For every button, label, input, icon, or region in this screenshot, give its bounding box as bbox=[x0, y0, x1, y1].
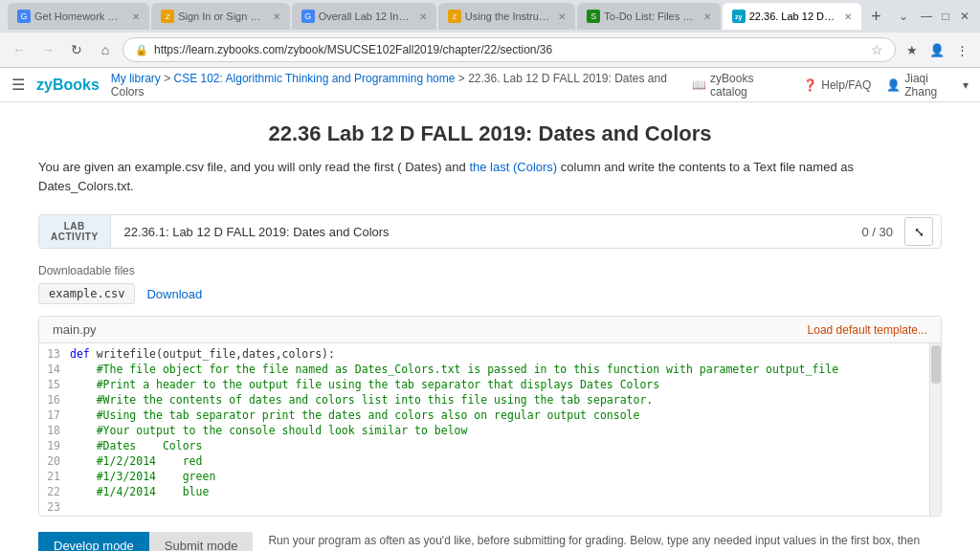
line-content: #Print a header to the output file using… bbox=[70, 378, 927, 393]
user-profile-icon[interactable]: 👤 bbox=[926, 39, 947, 60]
user-menu[interactable]: 👤 Jiaqi Zhang ▾ bbox=[886, 72, 969, 99]
tab-signin[interactable]: Z Sign In or Sign Up | ✕ bbox=[151, 3, 289, 30]
help-link[interactable]: ❓ Help/FAQ bbox=[803, 78, 871, 92]
address-text: https://learn.zybooks.com/zybook/MSUCSE1… bbox=[154, 43, 865, 56]
minimize-button[interactable]: — bbox=[919, 9, 934, 24]
line-number: 14 bbox=[41, 363, 70, 378]
bookmark-icon[interactable]: ☆ bbox=[871, 42, 883, 57]
code-line: 22 #1/4/2014 blue bbox=[39, 485, 929, 500]
omnibar: ← → ↻ ⌂ 🔒 https://learn.zybooks.com/zybo… bbox=[0, 33, 980, 67]
download-link[interactable]: Download bbox=[146, 287, 202, 301]
tab-close-6[interactable]: ✕ bbox=[844, 11, 852, 22]
tab-label-1: Get Homework Help bbox=[34, 11, 124, 22]
activity-label-bottom: ACTIVITY bbox=[51, 231, 99, 242]
tab-favicon-6: zy bbox=[732, 10, 746, 23]
more-options-icon[interactable]: ⋮ bbox=[951, 39, 972, 60]
activity-label: LAB ACTIVITY bbox=[39, 215, 111, 248]
code-line: 13def writefile(output_file,dates,colors… bbox=[39, 347, 929, 363]
back-button[interactable]: ← bbox=[8, 38, 31, 61]
close-button[interactable]: ✕ bbox=[957, 9, 972, 24]
address-bar[interactable]: 🔒 https://learn.zybooks.com/zybook/MSUCS… bbox=[122, 37, 896, 62]
submit-mode-button[interactable]: Submit mode bbox=[149, 532, 254, 551]
tab-favicon-2: Z bbox=[161, 10, 174, 23]
tab-close-4[interactable]: ✕ bbox=[558, 11, 566, 22]
help-label: Help/FAQ bbox=[821, 78, 871, 92]
tab-close-5[interactable]: ✕ bbox=[703, 11, 711, 22]
hamburger-menu[interactable]: ☰ bbox=[11, 76, 25, 94]
line-number: 13 bbox=[41, 347, 70, 363]
activity-expand-button[interactable]: ⤡ bbox=[904, 217, 933, 246]
tab-using-instruction[interactable]: Z Using the Instructio ✕ bbox=[438, 3, 576, 30]
downloadable-row: example.csv Download bbox=[38, 283, 942, 304]
tab-todo-list[interactable]: S To-Do List: Files and ✕ bbox=[577, 3, 720, 30]
course-link[interactable]: CSE 102: Algorithmic Thinking and Progra… bbox=[174, 72, 456, 85]
user-name: Jiaqi Zhang bbox=[904, 72, 959, 99]
develop-mode-button[interactable]: Develop mode bbox=[38, 532, 149, 551]
line-content: #Write the contents of dates and colors … bbox=[70, 393, 927, 408]
mode-section: Develop mode Submit mode Run your progra… bbox=[38, 532, 942, 551]
highlight-last: the last (Colors) bbox=[469, 160, 557, 174]
line-content: #Dates Colors bbox=[70, 439, 927, 454]
downloadable-section: Downloadable files example.csv Download bbox=[38, 264, 942, 304]
tab-chevron[interactable]: ⌄ bbox=[891, 3, 917, 30]
window-controls: — □ ✕ bbox=[919, 9, 972, 24]
code-line: 18 #Your output to the console should lo… bbox=[39, 424, 929, 439]
tab-get-homework[interactable]: G Get Homework Help ✕ bbox=[8, 3, 149, 30]
extensions-icon[interactable]: ★ bbox=[902, 39, 923, 60]
tab-label-4: Using the Instructio bbox=[465, 11, 551, 22]
code-line: 23 bbox=[39, 500, 929, 516]
tab-close-2[interactable]: ✕ bbox=[273, 11, 280, 22]
forward-button[interactable]: → bbox=[36, 38, 59, 61]
maximize-button[interactable]: □ bbox=[938, 9, 953, 24]
nav-right: 📖 zyBooks catalog ❓ Help/FAQ 👤 Jiaqi Zha… bbox=[692, 72, 969, 99]
page-content: 22.36 Lab 12 D FALL 2019: Dates and Colo… bbox=[0, 102, 980, 551]
code-content[interactable]: 13def writefile(output_file,dates,colors… bbox=[39, 343, 929, 516]
activity-bar: LAB ACTIVITY 22.36.1: Lab 12 D FALL 2019… bbox=[38, 214, 942, 249]
tab-zybooks-active[interactable]: zy 22.36. Lab 12 D F... ✕ bbox=[723, 3, 861, 30]
code-line: 14 #The file object for the file named a… bbox=[39, 363, 929, 378]
help-icon: ❓ bbox=[803, 78, 817, 92]
catalog-label: zyBooks catalog bbox=[710, 72, 788, 99]
line-number: 16 bbox=[41, 393, 70, 408]
zybooks-logo: zyBooks bbox=[36, 77, 100, 94]
tab-close-3[interactable]: ✕ bbox=[419, 11, 427, 22]
activity-label-top: LAB bbox=[64, 221, 85, 231]
home-button[interactable]: ⌂ bbox=[94, 38, 117, 61]
omnibar-icons: ★ 👤 ⋮ bbox=[902, 39, 972, 60]
line-content: #Your output to the console should look … bbox=[70, 424, 927, 439]
tab-bar: G Get Homework Help ✕ Z Sign In or Sign … bbox=[0, 0, 980, 33]
code-line: 19 #Dates Colors bbox=[39, 439, 929, 454]
zybooks-nav: ☰ zyBooks My library > CSE 102: Algorith… bbox=[0, 68, 980, 102]
line-number: 22 bbox=[41, 485, 70, 500]
refresh-button[interactable]: ↻ bbox=[65, 38, 88, 61]
scrollbar[interactable] bbox=[929, 343, 941, 516]
new-tab-button[interactable]: + bbox=[863, 3, 889, 30]
secure-icon: 🔒 bbox=[135, 44, 148, 56]
line-content bbox=[70, 500, 927, 516]
line-number: 15 bbox=[41, 378, 70, 393]
line-content: #1/2/2014 red bbox=[70, 454, 927, 470]
activity-score: 0 / 30 bbox=[850, 219, 904, 245]
code-editor: main.py Load default template... 13def w… bbox=[38, 316, 942, 517]
load-template-link[interactable]: Load default template... bbox=[808, 323, 927, 337]
code-line: 21 #1/3/2014 green bbox=[39, 470, 929, 485]
line-number: 17 bbox=[41, 408, 70, 424]
line-number: 21 bbox=[41, 470, 70, 485]
browser-chrome: G Get Homework Help ✕ Z Sign In or Sign … bbox=[0, 0, 980, 68]
tab-favicon-3: G bbox=[301, 10, 315, 23]
line-content: #1/3/2014 green bbox=[70, 470, 927, 485]
catalog-link[interactable]: 📖 zyBooks catalog bbox=[692, 72, 788, 99]
line-content: def writefile(output_file,dates,colors): bbox=[70, 347, 927, 363]
book-icon: 📖 bbox=[692, 78, 706, 92]
editor-filename: main.py bbox=[53, 322, 97, 337]
tab-overall-lab[interactable]: G Overall Lab 12 Instru ✕ bbox=[292, 3, 436, 30]
line-content: #The file object for the file named as D… bbox=[70, 363, 927, 378]
tab-label-2: Sign In or Sign Up | bbox=[178, 11, 264, 22]
code-line: 16 #Write the contents of dates and colo… bbox=[39, 393, 929, 408]
page-description: You are given an example.csv file, and y… bbox=[38, 158, 942, 195]
line-content: #1/4/2014 blue bbox=[70, 485, 927, 500]
my-library-link[interactable]: My library bbox=[111, 72, 161, 85]
mode-row: Develop mode Submit mode Run your progra… bbox=[38, 532, 942, 551]
tab-close-1[interactable]: ✕ bbox=[132, 11, 140, 22]
user-chevron-icon: ▾ bbox=[963, 78, 969, 92]
